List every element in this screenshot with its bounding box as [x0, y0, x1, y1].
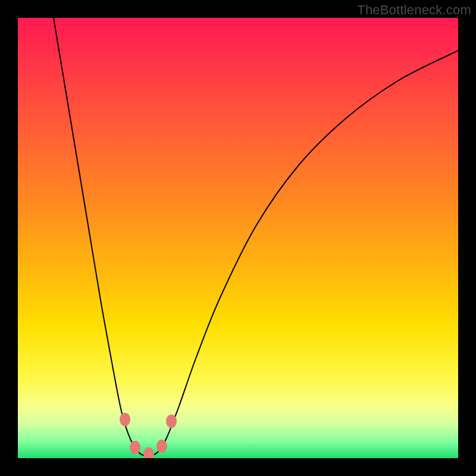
- dot-right-upper: [166, 415, 177, 428]
- dot-left-lower: [130, 441, 140, 455]
- bottleneck-curve: [54, 18, 458, 456]
- dot-left-upper: [120, 413, 130, 427]
- plot-frame: [18, 18, 458, 458]
- watermark-text: TheBottleneck.com: [357, 2, 471, 18]
- dot-right-lower: [156, 440, 167, 453]
- dot-center: [143, 447, 154, 458]
- plot-svg: [18, 18, 458, 458]
